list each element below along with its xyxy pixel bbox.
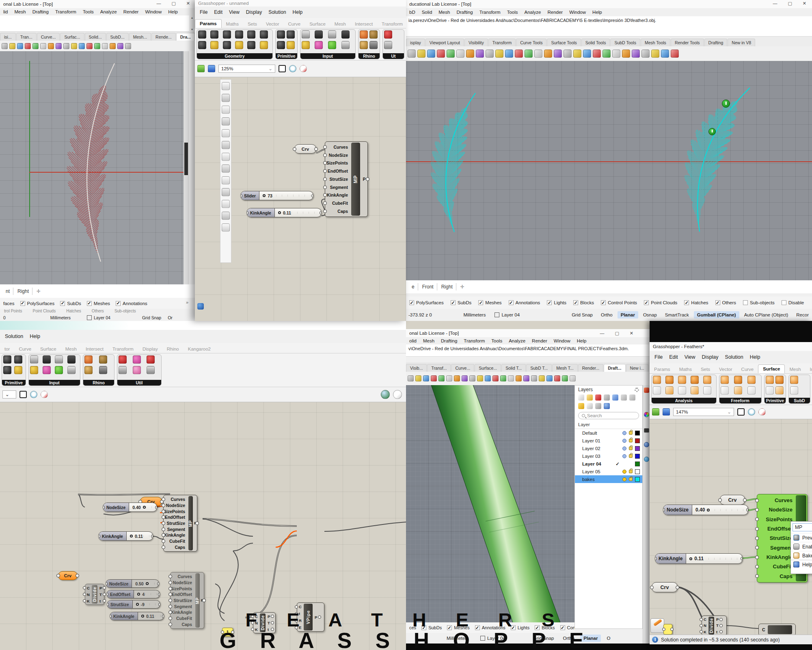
- component-input-port[interactable]: C: [762, 627, 765, 632]
- menu-item[interactable]: olid: [406, 338, 420, 344]
- menu-item[interactable]: Render: [544, 9, 566, 15]
- toolbar-icon[interactable]: [277, 30, 285, 39]
- category-tab[interactable]: Intersect: [806, 365, 812, 373]
- slider-track[interactable]: 4: [134, 590, 160, 598]
- toolbar-icon[interactable]: [612, 394, 618, 401]
- menu-item[interactable]: Help: [589, 9, 605, 15]
- toolbar-tab[interactable]: Transf...: [427, 364, 451, 372]
- menu-item[interactable]: Solution: [722, 353, 747, 361]
- checkbox-icon[interactable]: ✓: [547, 300, 552, 305]
- checkbox-icon[interactable]: ✓: [409, 300, 414, 305]
- toolbar-icon[interactable]: [554, 50, 562, 58]
- toolbar-icon[interactable]: [703, 386, 711, 394]
- toolbar-tab[interactable]: Drafting: [704, 39, 728, 46]
- toolbar-icon[interactable]: [485, 375, 491, 381]
- toolbar-icon[interactable]: [516, 375, 522, 381]
- toolbar-icon[interactable]: [612, 50, 620, 58]
- menu-item[interactable]: Solution: [2, 333, 26, 340]
- toolbar-icon[interactable]: [86, 43, 93, 49]
- group-label[interactable]: Util: [117, 380, 161, 386]
- slider-grip[interactable]: [707, 509, 710, 511]
- menu-item[interactable]: View: [226, 9, 243, 16]
- component-input-port[interactable]: N: [86, 592, 91, 597]
- category-tab[interactable]: Surface: [305, 20, 330, 28]
- toolbar-icon[interactable]: [341, 41, 350, 49]
- menu-item[interactable]: Mesh: [11, 9, 29, 15]
- curve-param-node[interactable]: Crv: [652, 582, 678, 592]
- toolbar-icon[interactable]: [408, 50, 416, 58]
- toolbar-icon[interactable]: [531, 375, 537, 381]
- component-input-port[interactable]: C: [703, 617, 707, 622]
- toolbar-icon[interactable]: [766, 376, 774, 384]
- maximize-button[interactable]: ▢: [788, 1, 792, 6]
- mp-input-port[interactable]: CubeFit: [164, 539, 188, 544]
- layer-color-swatch[interactable]: [635, 477, 640, 482]
- slider-track[interactable]: -9: [133, 600, 160, 608]
- panel-node-partial[interactable]: [663, 624, 672, 635]
- toolbar-tab[interactable]: Curve Tools: [516, 39, 546, 46]
- scroll-up-icon[interactable]: ▲: [191, 16, 194, 19]
- context-menu-name-field[interactable]: MP: [793, 523, 812, 531]
- component-input-port[interactable]: C: [298, 604, 302, 609]
- display-color-icon[interactable]: [644, 412, 649, 417]
- group-label[interactable]: Rhino: [83, 380, 114, 386]
- toolbar-icon[interactable]: [198, 41, 206, 49]
- toolbar-icon[interactable]: [25, 43, 31, 49]
- component-output-port[interactable]: T: [715, 623, 719, 628]
- toggle-osnap[interactable]: Osnap: [640, 311, 660, 318]
- toolbar-tab[interactable]: Render Tools: [671, 39, 704, 46]
- slider-track[interactable]: 0.50: [132, 580, 159, 587]
- menu-item[interactable]: Window: [551, 338, 574, 344]
- menu-item[interactable]: Mesh: [420, 338, 438, 344]
- layer-row[interactable]: bakes: [575, 475, 642, 483]
- slider-grip[interactable]: [141, 615, 144, 618]
- toolbar-icon[interactable]: [466, 50, 474, 58]
- toolbar-icon[interactable]: [2, 43, 8, 49]
- toolbar-icon[interactable]: [508, 375, 514, 381]
- checkbox-icon[interactable]: ✓: [509, 300, 514, 305]
- feather-model-red[interactable]: [65, 58, 173, 264]
- toolbar-icon[interactable]: [222, 223, 230, 232]
- layer-visibility-bulb-icon[interactable]: [622, 446, 626, 451]
- mp-output-port[interactable]: P: [194, 495, 197, 551]
- toolbar-icon[interactable]: [423, 375, 429, 381]
- mp-input-port[interactable]: EndOffset: [171, 592, 194, 597]
- group-label[interactable]: Ut: [383, 53, 404, 59]
- divide-component-partial[interactable]: CNK Divide PTt: [702, 615, 727, 636]
- curve-param-node[interactable]: Crv: [58, 571, 78, 580]
- kinkangle-slider-node[interactable]: KinkAngle 0.11: [246, 208, 322, 217]
- mp-input-port[interactable]: SizePoints: [325, 160, 350, 165]
- toolbar-icon[interactable]: [515, 50, 523, 58]
- toggle-o[interactable]: O: [603, 635, 613, 642]
- toolbar-icon[interactable]: [198, 30, 206, 39]
- toolbar-tab[interactable]: Render...: [578, 364, 604, 372]
- slider-node[interactable]: Slider 73: [240, 191, 313, 200]
- current-layer[interactable]: Layer 04: [495, 312, 520, 317]
- category-tab[interactable]: Surface: [758, 364, 785, 373]
- menu-item[interactable]: Edit: [211, 9, 226, 16]
- toolbar-icon[interactable]: [587, 394, 593, 401]
- maximize-button[interactable]: ▢: [615, 331, 619, 336]
- planet-icon[interactable]: [381, 390, 390, 399]
- slider-track[interactable]: 0.11: [686, 554, 742, 563]
- mp-input-port[interactable]: StrutSize: [171, 598, 194, 603]
- toolbar-icon[interactable]: [55, 355, 63, 364]
- curve-param-node[interactable]: Crv: [720, 495, 745, 505]
- menu-item[interactable]: View: [681, 353, 699, 361]
- component-output-port[interactable]: P: [715, 617, 719, 622]
- layer-name[interactable]: Layer 02: [582, 446, 620, 451]
- toolbar-icon[interactable]: [415, 375, 421, 381]
- checkbox-icon[interactable]: ✓: [644, 300, 649, 305]
- toolbar-icon[interactable]: [360, 41, 368, 49]
- filter-subds[interactable]: ✓SubDs: [60, 301, 81, 306]
- current-layer[interactable]: Layer 04: [87, 315, 110, 320]
- filter-label[interactable]: Others: [92, 309, 104, 314]
- toolbar-icon[interactable]: [495, 50, 503, 58]
- mp-input-port[interactable]: Curves: [325, 145, 350, 150]
- menu-item[interactable]: Transform: [52, 9, 80, 15]
- context-menu-item-help[interactable]: Help: [791, 560, 812, 569]
- filter-point-clouds[interactable]: ✓Point Clouds: [644, 300, 677, 305]
- viewport-perspective[interactable]: [406, 385, 574, 622]
- mp-label-bar[interactable]: MP: [351, 143, 360, 216]
- toolbar-icon[interactable]: [222, 176, 230, 184]
